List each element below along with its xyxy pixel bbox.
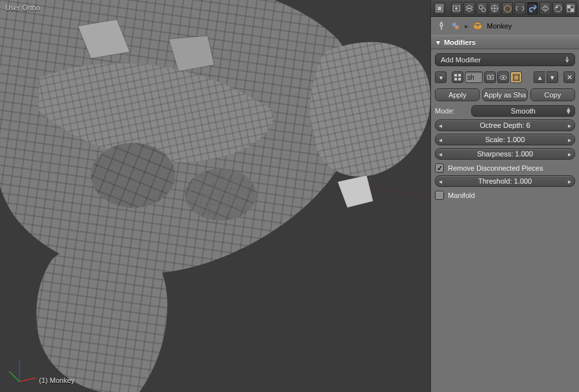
properties-panel: ▸ Monkey ▼ Modifiers Add Modifier ▴▾ ▾ s… [430,0,579,392]
modifiers-title: Modifiers [444,38,476,46]
mode-select[interactable]: Smooth ▴▾ [471,105,575,117]
scale-slider[interactable]: ◂ Scale: 1.000 ▸ [435,134,575,145]
chevron-left-icon: ◂ [439,136,442,143]
copy-button[interactable]: Copy [530,88,575,101]
svg-point-23 [556,6,558,8]
sharpness-label: Sharpness: 1.000 [477,150,533,158]
modifiers-panel-body: Add Modifier ▴▾ ▾ sh ▴ ▾ ✕ Apply Apply a… [431,49,579,204]
svg-point-28 [455,25,459,29]
apply-as-shape-button[interactable]: Apply as Sha [482,88,527,101]
viewport-3d[interactable]: User Ortho (1) Monkey [0,0,430,392]
add-modifier-label: Add Modifier [441,56,481,64]
move-up-button[interactable]: ▴ [534,71,545,83]
tab-scene-icon[interactable] [476,2,488,15]
expand-toggle-icon[interactable]: ▾ [435,71,447,83]
remove-disconnected-checkbox[interactable] [435,164,444,173]
breadcrumb-sep: ▸ [465,22,469,31]
svg-point-34 [489,76,491,78]
manifold-row[interactable]: Manifold [435,191,575,200]
modifier-header: ▾ sh ▴ ▾ ✕ [435,70,575,84]
threshold-slider[interactable]: ◂ Threshold: 1.000 ▸ [435,175,575,187]
svg-point-39 [518,74,519,75]
svg-line-11 [19,378,36,382]
scale-label: Scale: 1.000 [485,136,524,143]
svg-rect-14 [437,6,441,10]
modifier-name-field[interactable]: sh [465,71,483,83]
svg-point-22 [555,5,561,12]
active-object-label: (1) Monkey [39,376,75,384]
chevron-left-icon: ◂ [439,178,442,185]
add-modifier-dropdown[interactable]: Add Modifier ▴▾ [435,53,575,66]
svg-point-5 [91,143,175,208]
delete-modifier-button[interactable]: ✕ [563,71,575,83]
panel-empty-space [431,204,579,392]
tab-texture-icon[interactable] [565,2,576,15]
mesh-wireframe [0,0,430,392]
apply-button[interactable]: Apply [435,88,480,101]
remove-disconnected-label: Remove Disconnected Pieces [448,164,543,172]
chevron-left-icon: ◂ [439,151,442,158]
modifier-action-row: Apply Apply as Sha Copy [435,88,575,101]
modifiers-section-header[interactable]: ▼ Modifiers [431,35,579,49]
svg-rect-37 [513,75,519,80]
octree-depth-slider[interactable]: ◂ Octree Depth: 6 ▸ [435,119,575,131]
chevron-right-icon: ▸ [568,151,571,158]
svg-rect-30 [458,74,461,77]
svg-rect-26 [571,8,574,12]
properties-tab-header [431,0,579,17]
tab-world-icon[interactable] [489,2,500,15]
breadcrumb: ▸ Monkey [431,17,579,35]
move-down-button[interactable]: ▾ [547,71,558,83]
chevron-right-icon: ▸ [568,136,571,143]
threshold-label: Threshold: 1.000 [478,177,532,185]
chevron-left-icon: ◂ [439,122,442,129]
svg-point-40 [513,79,514,80]
sharpness-slider[interactable]: ◂ Sharpness: 1.000 ▸ [435,148,575,160]
svg-point-16 [455,7,458,10]
scope-toggle-icon[interactable] [434,2,445,15]
modifier-remesh-card: ▾ sh ▴ ▾ ✕ Apply Apply as Sha Copy Mode: [435,70,575,200]
tab-render-icon[interactable] [451,2,463,15]
viewport-projection-label: User Ortho [5,4,40,12]
mode-value: Smooth [511,107,536,115]
tab-layers-icon[interactable] [463,2,475,15]
breadcrumb-object-name[interactable]: Monkey [487,22,512,30]
svg-line-12 [9,371,19,382]
svg-rect-31 [454,78,457,80]
mesh-cube-icon [473,21,483,31]
disclosure-triangle-icon: ▼ [435,39,441,46]
tab-modifiers-icon[interactable] [527,2,539,15]
tab-material-icon[interactable] [552,2,564,15]
manifold-checkbox[interactable] [435,191,444,200]
mode-row: Mode: Smooth ▴▾ [435,105,575,117]
mode-label: Mode: [435,107,467,115]
remove-disconnected-row[interactable]: Remove Disconnected Pieces [435,164,575,173]
pin-icon[interactable] [436,21,447,31]
display-viewport-icon[interactable] [497,71,509,83]
tab-object-icon[interactable] [502,2,513,15]
object-data-icon[interactable] [450,21,461,31]
display-render-icon[interactable] [484,71,496,83]
svg-point-6 [185,169,256,221]
svg-rect-29 [454,74,457,77]
svg-rect-32 [458,78,461,80]
svg-point-41 [518,79,519,80]
tab-constraints-icon[interactable] [514,2,526,15]
octree-depth-label: Octree Depth: 6 [480,121,530,129]
svg-point-38 [513,74,514,75]
modifier-type-icon [452,71,463,83]
svg-point-18 [482,8,486,12]
chevron-right-icon: ▸ [568,178,571,185]
display-editmode-icon[interactable] [510,71,522,83]
tab-data-icon[interactable] [539,2,551,15]
chevron-right-icon: ▸ [568,122,571,129]
svg-rect-25 [567,5,571,8]
axis-gizmo [8,356,39,387]
manifold-label: Manifold [448,191,475,199]
svg-point-36 [502,77,504,79]
